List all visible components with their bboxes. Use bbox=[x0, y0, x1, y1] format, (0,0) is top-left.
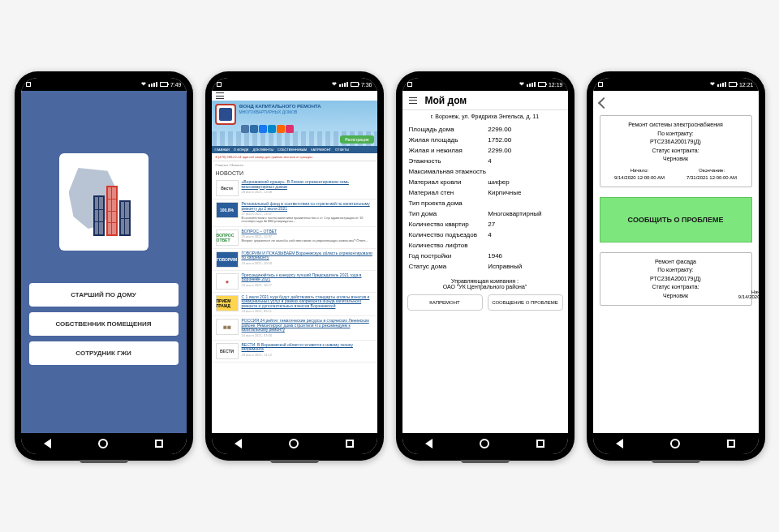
tab-item[interactable]: СОБСТВЕННИКАМ bbox=[278, 148, 307, 152]
contract-number: РТС236А200179(Д) bbox=[604, 138, 748, 147]
android-navbar bbox=[212, 433, 377, 454]
tg-icon[interactable] bbox=[268, 125, 276, 133]
nav-back-icon[interactable] bbox=[616, 439, 623, 448]
property-label: Материал кровли bbox=[409, 178, 488, 186]
property-value: шифер bbox=[488, 178, 561, 186]
news-thumb-icon: ВОПРОС ОТВЕТ bbox=[216, 230, 239, 246]
property-label: Количество лифтов bbox=[409, 242, 488, 249]
banner-title: ФОНД КАПИТАЛЬНОГО РЕМОНТА bbox=[239, 104, 321, 109]
nav-recent-icon[interactable] bbox=[536, 440, 544, 448]
nav-home-icon[interactable] bbox=[289, 439, 299, 448]
news-item[interactable]: 100,8%Региональный фонд в соответствии с… bbox=[212, 200, 377, 227]
property-row: Тип проекта дома bbox=[409, 198, 562, 208]
news-title[interactable]: Региональный фонд в соответствии со стра… bbox=[242, 202, 373, 211]
property-label: Максимальная этажность bbox=[409, 168, 488, 175]
news-item[interactable]: ВЕСТИВЕСТИ. В Воронежской области готовя… bbox=[212, 341, 377, 363]
news-thumb-icon: 100,8% bbox=[216, 202, 239, 218]
news-desc: Вопрос: управляют ли жалобы собственнико… bbox=[242, 239, 373, 242]
contract-status: Черновик bbox=[604, 292, 748, 301]
nav-back-icon[interactable] bbox=[44, 439, 51, 448]
overhaul-button[interactable]: КАПРЕМОНТ bbox=[407, 294, 483, 311]
role-employee-button[interactable]: СОТРУДНИК ГЖИ bbox=[29, 341, 179, 365]
property-label: Жилая площадь bbox=[409, 136, 488, 144]
news-item[interactable]: ▦▦РОССИЯ 24 рейтят тематические ресурсы … bbox=[212, 316, 377, 341]
nav-back-icon[interactable] bbox=[235, 439, 242, 448]
phone-mock-1: ❤ 7:49 СТАРШИЙ ПО ДОМУ СОБСТВЕННИК ПОМЕЩ… bbox=[15, 71, 193, 461]
role-senior-button[interactable]: СТАРШИЙ ПО ДОМУ bbox=[29, 283, 179, 307]
nav-home-icon[interactable] bbox=[98, 439, 108, 448]
vk2-icon[interactable] bbox=[250, 125, 258, 133]
nav-tabs: ГЛАВНАЯ О ФОНДЕ ДОКУМЕНТЫ СОБСТВЕННИКАМ … bbox=[212, 146, 377, 153]
property-label: Количество подъездов bbox=[409, 231, 488, 238]
ig-icon[interactable] bbox=[286, 125, 294, 133]
news-thumb-icon: ▦▦ bbox=[216, 319, 239, 335]
contract-number: РТС236А200179(Д) bbox=[604, 275, 748, 284]
tab-item[interactable]: КАПРЕМОНТ bbox=[311, 148, 331, 152]
vk-icon[interactable] bbox=[241, 125, 249, 133]
nav-back-icon[interactable] bbox=[425, 439, 433, 448]
news-item[interactable]: ГОВОРИМГОВОРИМ И ПОКАЗЫВАЕМ Воронежскую … bbox=[212, 249, 377, 271]
property-row: Количество подъездов4 bbox=[409, 230, 562, 240]
property-row: Площадь дома2299.00 bbox=[409, 124, 562, 135]
news-thumb-icon: Вести bbox=[216, 180, 239, 196]
nav-home-icon[interactable] bbox=[480, 439, 489, 448]
news-date: 28 июня 2021, 11:08 bbox=[242, 190, 373, 194]
news-item[interactable]: ◈Присоединяйтесь к конкурсу лучший Предс… bbox=[212, 271, 377, 293]
property-value bbox=[488, 242, 561, 249]
android-navbar bbox=[593, 433, 759, 454]
contract-card: Ремонт фасада По контракту: РТС236А20017… bbox=[600, 252, 752, 307]
news-item[interactable]: Вести«Воронежский курьер». В Лисках отре… bbox=[212, 178, 377, 200]
news-title[interactable]: «Воронежский курьер». В Лисках отремонти… bbox=[242, 180, 373, 189]
news-title[interactable]: ВОПРОС – ОТВЕТ bbox=[242, 230, 373, 234]
news-title[interactable]: Присоединяйтесь к конкурсу лучший Предсе… bbox=[242, 273, 373, 282]
property-value: 2299.00 bbox=[488, 126, 561, 133]
ok-icon[interactable] bbox=[277, 125, 285, 133]
nav-home-icon[interactable] bbox=[670, 439, 680, 448]
site-banner: ФОНД КАПИТАЛЬНОГО РЕМОНТА МНОГОКВАРТИРНЫ… bbox=[212, 101, 377, 146]
report-problem-button[interactable]: СООБЩИТЬ О ПРОБЛЕМЕ bbox=[600, 197, 752, 242]
news-date: 24 июня 2021, 09:11 bbox=[242, 309, 373, 313]
app-logo bbox=[59, 153, 148, 251]
tab-item[interactable]: ДОКУМЕНТЫ bbox=[253, 148, 274, 152]
nav-recent-icon[interactable] bbox=[346, 440, 354, 448]
news-item[interactable]: ПРИЕМ ГРАЖДС 1 июля 2021 года будут дейс… bbox=[212, 293, 377, 317]
news-desc: В соответствии с постановлением правител… bbox=[242, 217, 373, 224]
report-problem-button[interactable]: СООБЩЕНИЕ О ПРОБЛЕМЕ bbox=[488, 294, 563, 311]
tab-item[interactable]: ОТЧЕТЫ bbox=[335, 148, 349, 152]
role-owner-button[interactable]: СОБСТВЕННИК ПОМЕЩЕНИЯ bbox=[29, 312, 179, 336]
property-label: Жилая и нежилая bbox=[409, 147, 488, 154]
tab-item[interactable]: ГЛАВНАЯ bbox=[215, 148, 230, 152]
property-row: Максимальная этажность bbox=[409, 166, 562, 177]
news-item[interactable]: ВОПРОС ОТВЕТВОПРОС – ОТВЕТ25 июня 2021, … bbox=[212, 227, 377, 249]
status-bar: ❤ 12:19 bbox=[402, 78, 568, 91]
news-title[interactable]: ГОВОРИМ И ПОКАЗЫВАЕМ Воронежскую область… bbox=[242, 251, 373, 260]
property-row: Статус домаИсправный bbox=[409, 261, 562, 272]
property-row: Материал стенКирпичные bbox=[409, 187, 562, 198]
banner-subtitle: МНОГОКВАРТИРНЫХ ДОМОВ bbox=[239, 109, 321, 114]
news-date: 24 июня 2021, 10:17 bbox=[242, 283, 373, 287]
news-list: Вести«Воронежский курьер». В Лисках отре… bbox=[212, 178, 377, 363]
nav-recent-icon[interactable] bbox=[155, 440, 163, 448]
back-icon[interactable] bbox=[598, 96, 609, 107]
start-date: 9/14/2020 12:00:00 AM bbox=[614, 174, 665, 182]
register-button[interactable]: Регистрация bbox=[340, 135, 373, 144]
phone-mock-4: ❤ 12:21 Ремонт системы электроснабжения … bbox=[587, 71, 765, 461]
property-row: Жилая и нежилая2299.00 bbox=[409, 145, 562, 156]
property-row: Количество лифтов bbox=[409, 240, 562, 251]
property-row: Жилая площадь1752.00 bbox=[409, 135, 562, 145]
menu-icon[interactable] bbox=[216, 92, 224, 99]
contract-card: Ремонт системы электроснабжения По контр… bbox=[600, 115, 752, 187]
property-table: Площадь дома2299.00Жилая площадь1752.00Ж… bbox=[402, 122, 568, 273]
property-label: Год постройки bbox=[409, 252, 488, 260]
news-title[interactable]: ВЕСТИ. В Воронежской области готовятся к… bbox=[242, 343, 373, 352]
status-bar: ❤ 7:49 bbox=[21, 78, 187, 91]
social-links bbox=[241, 125, 294, 133]
news-title[interactable]: РОССИЯ 24 рейтят тематические ресурсы в … bbox=[242, 319, 373, 332]
tab-item[interactable]: О ФОНДЕ bbox=[234, 148, 249, 152]
nav-recent-icon[interactable] bbox=[727, 440, 735, 448]
menu-icon[interactable] bbox=[409, 97, 417, 104]
news-title[interactable]: С 1 июля 2021 года будут действовать ста… bbox=[242, 295, 373, 309]
fb-icon[interactable] bbox=[259, 125, 267, 133]
property-label: Количество квартир bbox=[409, 221, 488, 228]
news-date: 24 июня 2021, 07:00 bbox=[242, 333, 373, 337]
